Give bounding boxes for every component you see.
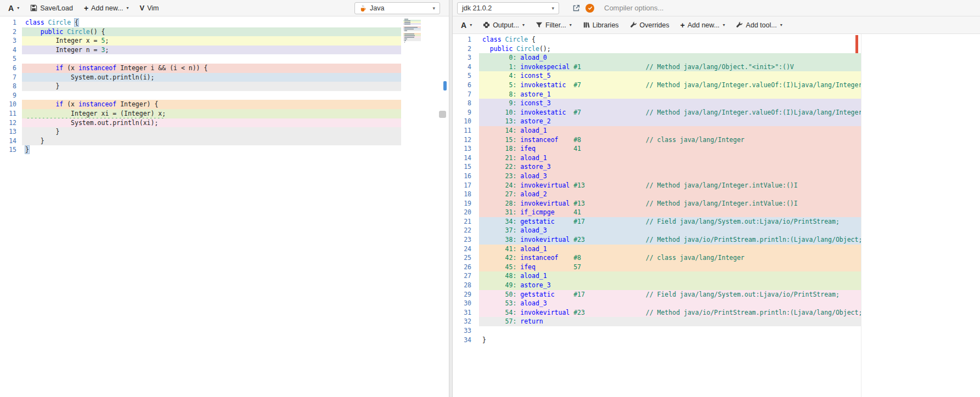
font-size-button[interactable]: A▾: [4, 2, 23, 14]
line-number[interactable]: 31: [453, 308, 479, 317]
add-tool-button[interactable]: Add tool... ▾: [732, 20, 786, 31]
line-number[interactable]: 34: [453, 336, 479, 345]
line-number[interactable]: 9: [0, 91, 22, 100]
source-editor[interactable]: 1class Circle {2 public Circle() {3 Inte…: [0, 16, 449, 397]
line-number[interactable]: 10: [0, 100, 22, 109]
code-line[interactable]: 2 public Circle() {: [0, 27, 401, 37]
code-line[interactable]: 25 42: instanceof #8 // class java/lang/…: [453, 253, 861, 263]
code-line[interactable]: 6 5: invokestatic #7 // Method java/lang…: [453, 81, 861, 90]
line-number[interactable]: 18: [453, 190, 479, 199]
code-line[interactable]: 3 0: aload_0: [453, 53, 861, 63]
save-load-button[interactable]: Save/Load: [26, 3, 77, 14]
line-number[interactable]: 11: [453, 126, 479, 135]
code-line[interactable]: 29 50: getstatic #17 // Field java/lang/…: [453, 290, 861, 299]
scrollbar-handle[interactable]: [439, 111, 446, 118]
line-number[interactable]: 7: [453, 90, 479, 99]
compiler-select[interactable]: jdk 21.0.2 ▾: [457, 2, 559, 14]
code-line[interactable]: 5: [0, 54, 401, 64]
code-line[interactable]: 23 38: invokevirtual #23 // Method java/…: [453, 235, 861, 245]
code-line[interactable]: 13 18: ifeq 41: [453, 144, 861, 154]
line-number[interactable]: 32: [453, 317, 479, 326]
line-number[interactable]: 13: [0, 127, 22, 137]
code-line[interactable]: 9 10: invokestatic #7 // Method java/lan…: [453, 108, 861, 117]
language-select[interactable]: Java ▾: [354, 2, 440, 14]
line-number[interactable]: 3: [453, 53, 479, 63]
output-options-button[interactable]: Output... ▾: [479, 20, 528, 31]
line-number[interactable]: 24: [453, 245, 479, 254]
line-number[interactable]: 15: [453, 162, 479, 172]
line-number[interactable]: 2: [453, 44, 479, 54]
code-line[interactable]: 3 Integer x = 5;: [0, 36, 401, 46]
line-number[interactable]: 5: [453, 71, 479, 81]
code-line[interactable]: 10 13: astore_2: [453, 117, 861, 126]
code-line[interactable]: 4 Integer n = 3;: [0, 46, 401, 55]
line-number[interactable]: 27: [453, 271, 479, 281]
code-line[interactable]: 13 }: [0, 127, 401, 137]
line-number[interactable]: 8: [453, 99, 479, 108]
line-number[interactable]: 21: [453, 217, 479, 226]
vim-toggle-button[interactable]: V Vim: [136, 2, 163, 14]
line-number[interactable]: 16: [453, 172, 479, 181]
line-number[interactable]: 6: [453, 81, 479, 90]
code-line[interactable]: 16 23: aload_3: [453, 172, 861, 181]
code-line[interactable]: 21 34: getstatic #17 // Field java/lang/…: [453, 217, 861, 226]
code-line[interactable]: 30 53: aload_3: [453, 299, 861, 308]
line-number[interactable]: 4: [0, 46, 22, 55]
line-number[interactable]: 13: [453, 144, 479, 154]
code-line[interactable]: 27 48: aload_1: [453, 271, 861, 281]
open-compiler-site-button[interactable]: [570, 3, 582, 14]
code-line[interactable]: 11 14: aload_1: [453, 126, 861, 135]
line-number[interactable]: 29: [453, 290, 479, 299]
line-number[interactable]: 20: [453, 208, 479, 217]
minimap[interactable]: [403, 18, 421, 43]
line-number[interactable]: 26: [453, 263, 479, 272]
code-line[interactable]: 11 Integer xi = (Integer) x;: [0, 109, 401, 118]
line-number[interactable]: 14: [0, 137, 22, 146]
add-new-button[interactable]: + Add new... ▾: [677, 20, 729, 31]
line-number[interactable]: 8: [0, 82, 22, 91]
line-number[interactable]: 9: [453, 108, 479, 117]
compiler-options-input[interactable]: [603, 3, 803, 13]
code-line[interactable]: 1class Circle {: [0, 18, 401, 27]
line-number[interactable]: 33: [453, 326, 479, 336]
asm-editor[interactable]: 1class Circle {2 public Circle();3 0: al…: [453, 34, 980, 397]
code-line[interactable]: 22 37: aload_3: [453, 226, 861, 235]
line-number[interactable]: 12: [453, 135, 479, 145]
line-number[interactable]: 4: [453, 63, 479, 72]
code-line[interactable]: 6 if (x instanceof Integer i && (i < n))…: [0, 64, 401, 73]
code-line[interactable]: 7 8: astore_1: [453, 90, 861, 99]
code-line[interactable]: 9: [0, 91, 401, 100]
line-number[interactable]: 23: [453, 235, 479, 245]
code-line[interactable]: 26 45: ifeq 57: [453, 263, 861, 272]
code-line[interactable]: 4 1: invokespecial #1 // Method java/lan…: [453, 63, 861, 72]
code-line[interactable]: 12 System.out.println(xi);: [0, 118, 401, 128]
line-number[interactable]: 6: [0, 64, 22, 73]
code-line[interactable]: 20 31: if_icmpge 41: [453, 208, 861, 217]
code-line[interactable]: 17 24: invokevirtual #13 // Method java/…: [453, 181, 861, 190]
line-number[interactable]: 3: [0, 36, 22, 46]
code-line[interactable]: 33: [453, 326, 861, 336]
code-line[interactable]: 19 28: invokevirtual #13 // Method java/…: [453, 199, 861, 208]
overrides-button[interactable]: Overrides: [626, 20, 673, 31]
line-number[interactable]: 22: [453, 226, 479, 235]
line-number[interactable]: 1: [0, 18, 22, 27]
pane-splitter[interactable]: [449, 0, 453, 397]
line-number[interactable]: 17: [453, 181, 479, 190]
code-line[interactable]: 28 49: astore_3: [453, 281, 861, 290]
code-line[interactable]: 10 if (x instanceof Integer) {: [0, 100, 401, 109]
code-line[interactable]: 32 57: return: [453, 317, 861, 326]
line-number[interactable]: 30: [453, 299, 479, 308]
scrollbar-track[interactable]: [861, 34, 867, 397]
code-line[interactable]: 34}: [453, 336, 861, 345]
code-line[interactable]: 18 27: aload_2: [453, 190, 861, 199]
font-size-button[interactable]: A▾: [457, 19, 476, 31]
libraries-button[interactable]: Libraries: [579, 20, 623, 31]
filter-button[interactable]: Filter... ▾: [532, 20, 576, 31]
line-number[interactable]: 2: [0, 27, 22, 37]
line-number[interactable]: 5: [0, 54, 22, 64]
line-number[interactable]: 28: [453, 281, 479, 290]
code-line[interactable]: 2 public Circle();: [453, 44, 861, 54]
code-line[interactable]: 24 41: aload_1: [453, 245, 861, 254]
code-line[interactable]: 7 System.out.println(i);: [0, 73, 401, 82]
code-line[interactable]: 12 15: instanceof #8 // class java/lang/…: [453, 135, 861, 145]
